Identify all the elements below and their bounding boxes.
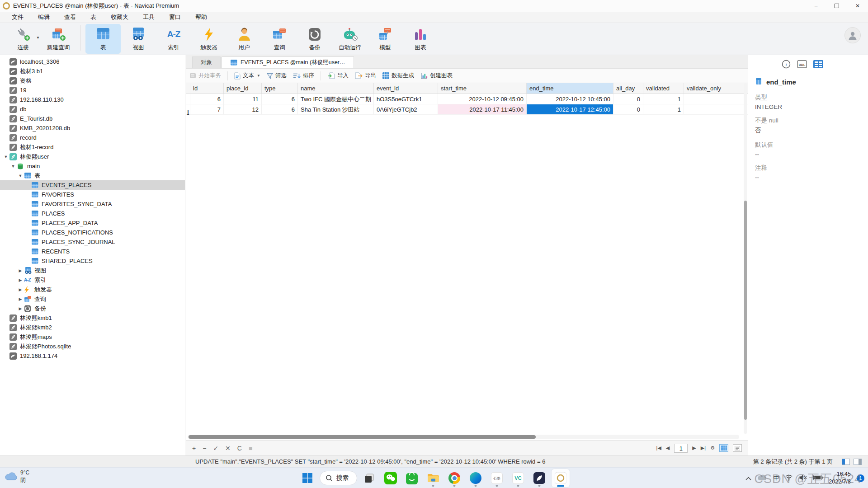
toolbar-触发器[interactable]: 触发器 [191, 24, 226, 54]
tree-item-KMB_20201208.db[interactable]: KMB_20201208.db [0, 123, 185, 133]
tree-closed-arrow-icon[interactable]: ▶ [17, 306, 24, 311]
battery-icon[interactable] [813, 475, 823, 482]
tree-closed-arrow-icon[interactable]: ▶ [17, 278, 24, 282]
tab-0[interactable]: 对象 [192, 56, 221, 68]
add-record-button[interactable]: + [192, 445, 196, 452]
menu-6[interactable]: 窗口 [162, 12, 188, 23]
toolbar-用户[interactable]: 用户 [226, 24, 262, 54]
cell-event_id[interactable]: hO3S5oeGTCrk1 [374, 94, 438, 104]
cell-type[interactable]: 6 [262, 104, 298, 114]
tree-closed-arrow-icon[interactable]: ▶ [17, 297, 24, 301]
info-icon[interactable]: i [782, 60, 791, 70]
columns-view-icon[interactable] [813, 60, 823, 70]
tree-open-arrow-icon[interactable]: ▼ [17, 174, 24, 178]
menu-0[interactable]: 文件 [5, 12, 31, 23]
vertical-scrollbar-thumb[interactable] [744, 201, 747, 420]
taskbar-app-voov[interactable]: VC [509, 469, 527, 487]
cell-place_id[interactable]: 11 [224, 94, 262, 104]
tree-item-表[interactable]: ▼ 表 [0, 171, 185, 180]
toolbar-模型[interactable]: 模型 [368, 24, 403, 54]
toolbar-新建查询[interactable]: 新建查询 [41, 24, 76, 54]
toolbar-备份[interactable]: 备份 [297, 24, 332, 54]
vertical-scrollbar[interactable] [744, 83, 747, 434]
tree-item-林俊熙user[interactable]: ▼ 林俊熙user [0, 152, 185, 161]
tree-item-19[interactable]: 19 [0, 85, 185, 95]
cell-end_time[interactable]: 2022-10-17 12:45:00 [527, 104, 613, 114]
tab-1[interactable]: EVENTS_PLACES @main (林俊熙user… [222, 56, 354, 68]
tree-item-PLACES_NOTIFICATIONS[interactable]: PLACES_NOTIFICATIONS [0, 228, 185, 237]
cell-all_day[interactable]: 0 [613, 94, 643, 104]
cell-all_day[interactable]: 0 [613, 104, 643, 114]
column-header-name[interactable]: name [298, 83, 374, 94]
tablebar-导出[interactable]: 导出 [355, 72, 376, 80]
toolbar-图表[interactable]: 图表 [403, 24, 438, 54]
tree-item-索引[interactable]: ▶ A-Z 索引 [0, 275, 185, 285]
tree-item-E_Tourist.db[interactable]: E_Tourist.db [0, 114, 185, 123]
first-record-button[interactable]: |◀ [656, 445, 661, 451]
menu-1[interactable]: 编辑 [31, 12, 57, 23]
taskbar-clock[interactable]: 16:45 2022/7/8 [829, 470, 851, 486]
tree-item-FAVORITES_SYNC_DATA[interactable]: FAVORITES_SYNC_DATA [0, 199, 185, 209]
tree-item-record[interactable]: record [0, 133, 185, 142]
tree-item-localhost_3306[interactable]: localhost_3306 [0, 57, 185, 66]
tree-item-db[interactable]: db [0, 104, 185, 114]
tree-item-查询[interactable]: ▶ 查询 [0, 294, 185, 304]
column-header-validated[interactable]: validated [643, 83, 684, 94]
dropdown-caret-icon[interactable]: ▼ [257, 74, 260, 78]
discard-changes-button[interactable]: ✕ [225, 445, 231, 452]
toolbar-索引[interactable]: A-Z 索引 [156, 24, 191, 54]
horizontal-scrollbar-thumb[interactable] [189, 435, 536, 439]
taskbar-search[interactable]: 搜索 [320, 471, 357, 485]
tree-item-视图[interactable]: ▶ 视图 [0, 266, 185, 275]
cell-end_time[interactable]: 2022-10-12 10:45:00 [527, 94, 613, 104]
tree-item-触发器[interactable]: ▶ 触发器 [0, 285, 185, 294]
next-record-button[interactable]: ▶ [692, 445, 696, 451]
chevron-up-icon[interactable] [745, 475, 751, 482]
taskbar-app-chrome[interactable] [445, 469, 463, 487]
tree-item-资格[interactable]: 资格 [0, 76, 185, 85]
tree-item-林浚熙kmb2[interactable]: 林浚熙kmb2 [0, 323, 185, 332]
last-record-button[interactable]: ▶| [701, 445, 706, 451]
close-button[interactable]: ✕ [847, 0, 868, 12]
cell-name[interactable]: Sha Tin Station 沙田站 [298, 104, 374, 114]
onedrive-cloud-icon[interactable] [757, 474, 767, 482]
cell-validate_only[interactable] [684, 94, 729, 104]
tree-item-192.168.110.130[interactable]: 192.168.110.130 [0, 95, 185, 104]
tree-item-RECENTS[interactable]: RECENTS [0, 247, 185, 256]
tree-item-FAVORITES[interactable]: FAVORITES [0, 190, 185, 199]
cell-start_time[interactable]: 2022-10-12 09:45:00 [438, 94, 527, 104]
cell-validated[interactable]: 1 [643, 104, 684, 114]
toolbar-自动运行[interactable]: 自动运行 [332, 24, 368, 54]
taskbar-app-navicat[interactable] [552, 469, 570, 487]
ddl-icon[interactable]: DDL [797, 60, 807, 70]
menu-3[interactable]: 表 [83, 12, 104, 23]
tree-item-main[interactable]: ▼ main [0, 161, 185, 171]
tree-item-PLACES[interactable]: PLACES [0, 209, 185, 218]
minimize-button[interactable]: – [806, 0, 826, 12]
menu-2[interactable]: 查看 [57, 12, 83, 23]
notification-badge[interactable]: 1 [857, 474, 864, 482]
taskbar-app-task-view[interactable] [360, 469, 378, 487]
ime-indicator[interactable]: 中 [773, 474, 779, 482]
tree-item-SHARED_PLACES[interactable]: SHARED_PLACES [0, 256, 185, 266]
tree-item-EVENTS_PLACES[interactable]: EVENTS_PLACES [0, 180, 185, 190]
toggle-right-panel-icon[interactable] [854, 459, 862, 465]
cell-event_id[interactable]: 0A6iYjeGTCjb2 [374, 104, 438, 114]
taskbar-app-edge[interactable] [467, 469, 485, 487]
cell-id[interactable]: 7 [190, 104, 224, 114]
tree-item-林浚熙Photos.sqlite[interactable]: 林浚熙Photos.sqlite [0, 342, 185, 351]
cell-place_id[interactable]: 12 [224, 104, 262, 114]
tablebar-排序[interactable]: 排序 [293, 72, 314, 80]
tree-item-PLACES_SYNC_JOURNAL[interactable]: PLACES_SYNC_JOURNAL [0, 237, 185, 247]
column-header-place_id[interactable]: place_id [224, 83, 262, 94]
toggle-left-panel-icon[interactable] [842, 459, 850, 465]
apply-changes-button[interactable]: ✓ [213, 445, 218, 452]
toolbar-连接[interactable]: ▼ 连接 [5, 24, 41, 54]
column-header-id[interactable]: id [190, 83, 224, 94]
cell-start_time[interactable]: 2022-10-17 11:45:00 [438, 104, 527, 114]
taskbar-app-wechat[interactable] [382, 469, 400, 487]
user-avatar[interactable] [844, 27, 861, 43]
taskbar-app-shimo[interactable]: 石墨 [488, 469, 506, 487]
form-view-button[interactable] [733, 444, 742, 452]
maximize-button[interactable] [826, 0, 847, 12]
